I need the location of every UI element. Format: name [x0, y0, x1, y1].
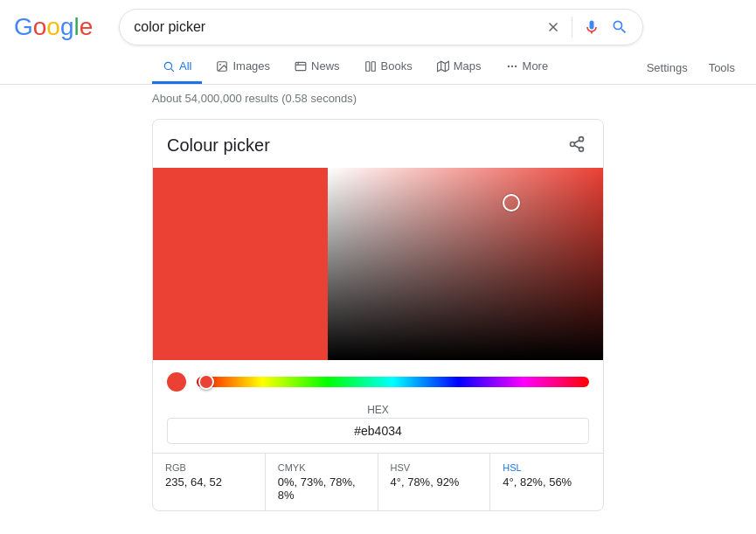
- microphone-icon: [583, 18, 600, 36]
- logo-letter-o2: o: [46, 13, 60, 40]
- color-swatch: [153, 168, 328, 360]
- svg-point-19: [579, 147, 584, 151]
- divider: [572, 17, 572, 38]
- hue-slider-wrapper: [153, 360, 603, 400]
- svg-point-15: [510, 65, 512, 66]
- color-display: [153, 168, 603, 360]
- hue-slider-row: [167, 372, 589, 392]
- color-gradient[interactable]: [328, 168, 603, 360]
- settings-button[interactable]: Settings: [640, 52, 695, 83]
- svg-point-5: [220, 64, 222, 66]
- cmyk-cell: CMYK 0%, 73%, 78%, 8%: [266, 454, 378, 510]
- hsv-cell: HSV 4°, 78%, 92%: [378, 454, 491, 510]
- svg-marker-11: [437, 61, 448, 72]
- search-bar-wrapper: [119, 9, 643, 45]
- nav-bar: All Images News Books Maps More Settings…: [0, 45, 756, 85]
- svg-rect-10: [371, 61, 375, 71]
- nav-item-images[interactable]: Images: [205, 51, 281, 84]
- nav-item-more[interactable]: More: [496, 51, 559, 84]
- svg-line-3: [171, 68, 174, 71]
- share-button[interactable]: [565, 132, 589, 159]
- search-input[interactable]: [134, 19, 537, 35]
- svg-point-18: [571, 142, 575, 147]
- hue-color-dot: [167, 372, 186, 392]
- logo-letter-e: e: [80, 13, 94, 40]
- all-icon: [163, 60, 175, 73]
- color-picker-card: Colour picker HEX RGB 235, 64,: [152, 119, 604, 511]
- logo-letter-g: G: [14, 13, 33, 40]
- svg-line-21: [574, 140, 579, 142]
- nav-item-news[interactable]: News: [284, 51, 350, 84]
- nav-more-label: More: [523, 59, 549, 73]
- clear-search-button[interactable]: [545, 19, 561, 35]
- nav-books-label: Books: [381, 59, 413, 73]
- voice-search-button[interactable]: [583, 18, 600, 36]
- hue-slider-thumb[interactable]: [198, 374, 214, 390]
- hsl-cell: HSL 4°, 82%, 56%: [490, 454, 603, 510]
- gradient-cursor[interactable]: [503, 194, 520, 212]
- results-info: About 54,000,000 results (0.58 seconds): [0, 85, 756, 112]
- cmyk-value: 0%, 73%, 78%, 8%: [278, 475, 365, 502]
- hsl-value: 4°, 82%, 56%: [503, 475, 591, 489]
- tools-button[interactable]: Tools: [702, 52, 742, 83]
- hsv-label: HSV: [391, 462, 478, 473]
- logo-letter-g2: g: [60, 13, 74, 40]
- more-dots-icon: [506, 60, 518, 73]
- nav-item-maps[interactable]: Maps: [427, 51, 492, 84]
- card-title: Colour picker: [167, 135, 270, 156]
- google-logo[interactable]: Google: [14, 13, 93, 41]
- svg-rect-9: [365, 61, 369, 71]
- results-count: About 54,000,000 results (0.58 seconds): [152, 92, 357, 105]
- books-icon: [364, 60, 377, 73]
- hue-slider-track[interactable]: [197, 377, 589, 387]
- search-icons: [545, 17, 628, 38]
- card-header: Colour picker: [153, 120, 603, 168]
- hex-section: HEX: [153, 400, 603, 453]
- search-icon: [611, 18, 628, 36]
- logo-letter-o1: o: [33, 13, 47, 40]
- rgb-cell: RGB 235, 64, 52: [153, 454, 266, 510]
- search-button[interactable]: [611, 18, 628, 36]
- nav-right: Settings Tools: [640, 52, 756, 83]
- rgb-value: 235, 64, 52: [165, 475, 253, 489]
- nav-maps-label: Maps: [454, 59, 482, 73]
- hsv-value: 4°, 78%, 92%: [391, 475, 478, 489]
- nav-item-books[interactable]: Books: [354, 51, 423, 84]
- map-icon: [437, 60, 449, 73]
- news-icon: [295, 60, 307, 73]
- svg-point-17: [579, 137, 584, 142]
- cmyk-label: CMYK: [278, 462, 365, 473]
- header: Google: [0, 0, 756, 45]
- hex-input[interactable]: [167, 418, 589, 444]
- nav-item-all[interactable]: All: [152, 51, 202, 84]
- rgb-label: RGB: [165, 462, 253, 473]
- hex-label: HEX: [167, 404, 589, 416]
- nav-news-label: News: [311, 59, 340, 73]
- nav-images-label: Images: [232, 59, 270, 73]
- close-icon: [545, 19, 561, 35]
- svg-point-16: [514, 65, 516, 66]
- hsl-label: HSL: [503, 462, 591, 473]
- svg-point-2: [164, 62, 171, 69]
- svg-line-20: [574, 145, 579, 148]
- svg-point-14: [507, 65, 509, 66]
- color-values: RGB 235, 64, 52 CMYK 0%, 73%, 78%, 8% HS…: [153, 453, 603, 510]
- share-icon: [568, 135, 586, 153]
- search-bar: [119, 9, 643, 45]
- images-icon: [216, 60, 228, 73]
- nav-all-label: All: [179, 59, 191, 73]
- svg-rect-6: [295, 62, 306, 70]
